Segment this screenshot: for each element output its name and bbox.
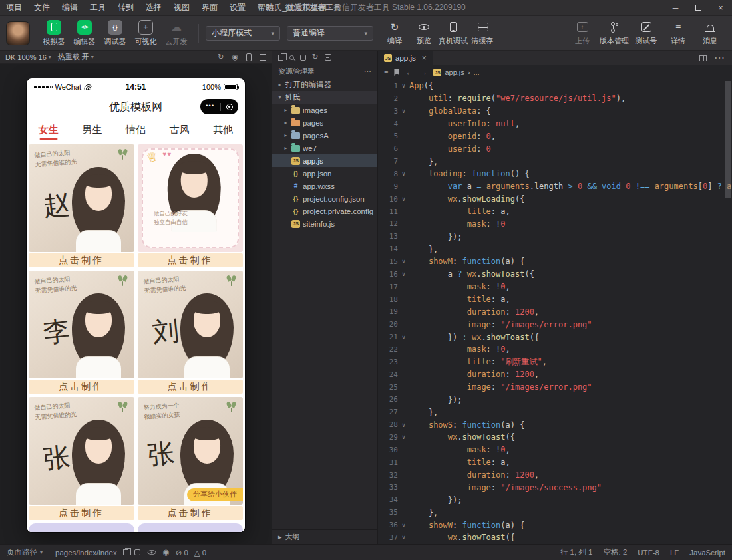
file-tree-item-project-private-config-js-[interactable]: {}project.private.config.js... bbox=[272, 205, 377, 217]
code-line[interactable]: 12 mask: !0 bbox=[378, 217, 732, 230]
file-tree-item-app-wxss[interactable]: #app.wxss bbox=[272, 180, 377, 192]
compile-mode-select[interactable]: 普通编译 ▾ bbox=[287, 26, 373, 41]
phone-tab[interactable]: 男生 bbox=[71, 118, 114, 142]
fold-chevron-icon[interactable]: ∨ bbox=[398, 108, 409, 114]
rotate-icon[interactable]: ↻ bbox=[218, 53, 224, 61]
file-tree-item-images[interactable]: ▸images bbox=[272, 104, 377, 116]
menu-item[interactable]: 工具 bbox=[84, 0, 112, 15]
tool-preview[interactable]: 预览 bbox=[409, 21, 439, 46]
menu-item[interactable]: 选择 bbox=[140, 0, 168, 15]
code-line[interactable]: 6 userid: 0 bbox=[378, 142, 732, 155]
code-line[interactable]: 33 image: "/images/success.png" bbox=[378, 482, 732, 494]
menu-item[interactable]: 设置 bbox=[224, 0, 252, 15]
phone-tab[interactable]: 情侣 bbox=[114, 118, 158, 142]
menu-item[interactable]: 视图 bbox=[168, 0, 196, 15]
file-tree-item-pages[interactable]: ▸pages bbox=[272, 116, 377, 129]
menu-item[interactable]: 转到 bbox=[112, 0, 140, 15]
breadcrumb[interactable]: JS app.js › ... bbox=[433, 69, 479, 76]
language-mode[interactable]: JavaScript bbox=[689, 549, 725, 557]
indentation[interactable]: 空格: 2 bbox=[604, 547, 628, 557]
new-file-icon[interactable] bbox=[300, 55, 306, 61]
refresh-icon[interactable]: ↻ bbox=[312, 53, 319, 61]
fold-chevron-icon[interactable]: ∨ bbox=[398, 334, 409, 341]
mode-select[interactable]: 小程序模式 ▾ bbox=[206, 26, 280, 41]
bookmark-icon[interactable] bbox=[394, 69, 399, 76]
make-button[interactable]: 点击制作 bbox=[29, 253, 134, 267]
code-line[interactable]: 32 duration: 1200, bbox=[378, 469, 732, 482]
minimize-button[interactable]: ─ bbox=[664, 0, 687, 15]
phone-tab[interactable]: 其他 bbox=[201, 118, 245, 142]
code-line[interactable]: 19 duration: 1200, bbox=[378, 305, 732, 318]
card-image[interactable]: 做自己的太阳无需凭借谁的光张 bbox=[29, 397, 134, 505]
preview-eye-icon[interactable] bbox=[147, 550, 156, 555]
split-editor-icon[interactable] bbox=[699, 55, 707, 61]
user-avatar[interactable] bbox=[7, 22, 29, 45]
code-line[interactable]: 11 title: a, bbox=[378, 206, 732, 218]
close-button[interactable]: × bbox=[709, 0, 732, 15]
code-line[interactable]: 24 duration: 1200, bbox=[378, 368, 732, 381]
card-image[interactable]: 做自己的太阳无需凭借谁的光赵 bbox=[29, 144, 134, 252]
code-line[interactable]: 18 title: a, bbox=[378, 293, 732, 306]
code-line[interactable]: 2 util: require("we7/resource/js/util.js… bbox=[378, 92, 732, 105]
fold-chevron-icon[interactable]: ∨ bbox=[398, 196, 409, 202]
code-line[interactable]: 3∨ globalData: { bbox=[378, 105, 732, 118]
code-line[interactable]: 29∨ wx.showToast({ bbox=[378, 431, 732, 444]
file-tree-item-app-json[interactable]: {}app.json bbox=[272, 167, 377, 180]
code-line[interactable]: 9 var a = arguments.length > 0 && void 0… bbox=[378, 180, 732, 193]
window-mode-icon[interactable] bbox=[134, 549, 140, 555]
forward-icon[interactable]: → bbox=[419, 68, 427, 77]
device-frame-icon[interactable] bbox=[246, 53, 252, 61]
tool-cloud[interactable]: ☁云开发 bbox=[161, 20, 192, 47]
fold-chevron-icon[interactable]: ∨ bbox=[398, 170, 409, 177]
outline-section[interactable]: ▸ 大纲 bbox=[272, 529, 377, 544]
code-line[interactable]: 4 userInfo: null, bbox=[378, 118, 732, 130]
more-dots-icon[interactable]: ••• bbox=[206, 103, 214, 109]
fold-chevron-icon[interactable]: ∨ bbox=[398, 422, 409, 428]
code-line[interactable]: 16∨ a ? wx.showToast({ bbox=[378, 268, 732, 281]
code-line[interactable]: 7 }, bbox=[378, 155, 732, 168]
code-line[interactable]: 22 mask: !0, bbox=[378, 343, 732, 356]
share-badge[interactable]: 分享给小伙伴 bbox=[187, 488, 243, 502]
card-image[interactable]: 做自己的好友独立自由自信♕♥♥ bbox=[138, 144, 244, 252]
fold-chevron-icon[interactable]: ∨ bbox=[398, 534, 409, 541]
code-line[interactable]: 10∨ wx.showLoading({ bbox=[378, 193, 732, 206]
tool-cache[interactable]: 清缓存 bbox=[468, 21, 497, 46]
editor-scrollbar[interactable] bbox=[725, 80, 731, 544]
editor-tab-appjs[interactable]: JS app.js × bbox=[378, 51, 433, 65]
code-line[interactable]: 34 }); bbox=[378, 493, 732, 506]
code-line[interactable]: 15∨ showM: function(a) { bbox=[378, 255, 732, 268]
menu-item[interactable]: 界面 bbox=[196, 0, 224, 15]
code-line[interactable]: 23 title: "刷新重试", bbox=[378, 356, 732, 368]
code-line[interactable]: 36∨ showW: function(a) { bbox=[378, 519, 732, 531]
code-line[interactable]: 31 title: a, bbox=[378, 456, 732, 469]
tool-version[interactable]: 版本管理 bbox=[599, 21, 630, 46]
file-tree-item-app-js[interactable]: JSapp.js bbox=[272, 154, 377, 167]
hot-reload-toggle[interactable]: 热重载 开 ▾ bbox=[58, 52, 94, 62]
copy-path-icon[interactable] bbox=[123, 549, 128, 555]
back-icon[interactable]: ← bbox=[405, 68, 413, 77]
code-line[interactable]: 21∨ }) : wx.showToast({ bbox=[378, 331, 732, 343]
tool-upload[interactable]: ↑上传 bbox=[567, 21, 598, 46]
code-line[interactable]: 26 }); bbox=[378, 393, 732, 406]
more-actions-icon[interactable]: ⋯ bbox=[364, 67, 371, 76]
fold-chevron-icon[interactable]: ∨ bbox=[398, 82, 409, 89]
record-icon[interactable]: ◉ bbox=[163, 549, 170, 557]
device-selector[interactable]: DK 100% 16 ▾ bbox=[5, 53, 51, 61]
record-icon[interactable]: ◉ bbox=[232, 53, 238, 61]
tool-visualize[interactable]: +可视化 bbox=[130, 20, 161, 47]
tool-test[interactable]: 测试号 bbox=[631, 21, 661, 46]
maximize-button[interactable] bbox=[687, 0, 709, 15]
code-line[interactable]: 25 image: "/images/error.png" bbox=[378, 381, 732, 394]
code-area[interactable]: 1∨App({2 util: require("we7/resource/js/… bbox=[378, 80, 732, 544]
tool-message[interactable]: 消息 bbox=[695, 21, 725, 46]
code-line[interactable]: 14 }, bbox=[378, 243, 732, 255]
fold-chevron-icon[interactable]: ∨ bbox=[398, 522, 409, 529]
menu-item[interactable]: 文件 bbox=[28, 0, 56, 15]
card-image[interactable]: 做自己的太阳无需凭借谁的光刘 bbox=[138, 271, 244, 378]
phone-tab[interactable]: 女生 bbox=[27, 118, 71, 142]
menu-icon[interactable]: ≡ bbox=[384, 69, 388, 76]
collapse-all-icon[interactable] bbox=[325, 54, 331, 61]
tool-editor[interactable]: </>编辑器 bbox=[69, 20, 100, 47]
eol-type[interactable]: LF bbox=[670, 549, 679, 557]
code-line[interactable]: 37∨ wx.showToast({ bbox=[378, 531, 732, 544]
